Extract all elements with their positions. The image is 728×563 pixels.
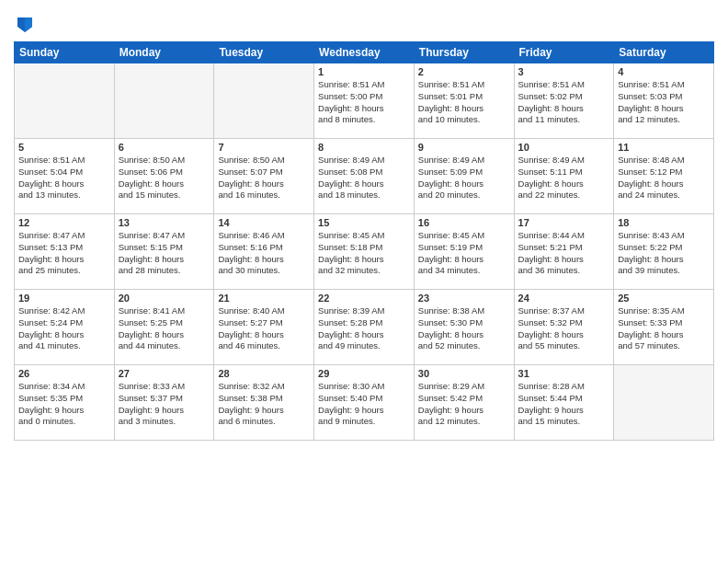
cell-content: Sunrise: 8:33 AM Sunset: 5:37 PM Dayligh…	[119, 381, 210, 428]
svg-marker-1	[25, 17, 32, 32]
calendar-cell: 23Sunrise: 8:38 AM Sunset: 5:30 PM Dayli…	[414, 290, 514, 365]
week-row-2: 5Sunrise: 8:51 AM Sunset: 5:04 PM Daylig…	[15, 139, 714, 214]
cell-content: Sunrise: 8:32 AM Sunset: 5:38 PM Dayligh…	[218, 381, 310, 428]
day-number: 29	[318, 368, 410, 379]
calendar-cell: 31Sunrise: 8:28 AM Sunset: 5:44 PM Dayli…	[514, 365, 614, 441]
cell-content: Sunrise: 8:30 AM Sunset: 5:40 PM Dayligh…	[318, 381, 410, 428]
calendar-cell: 4Sunrise: 8:51 AM Sunset: 5:03 PM Daylig…	[614, 63, 714, 139]
weekday-header-sunday: Sunday	[15, 42, 115, 63]
cell-content: Sunrise: 8:51 AM Sunset: 5:02 PM Dayligh…	[518, 79, 610, 126]
calendar-cell: 15Sunrise: 8:45 AM Sunset: 5:18 PM Dayli…	[314, 214, 415, 290]
day-number: 2	[418, 66, 510, 77]
page-header	[14, 9, 714, 34]
day-number: 18	[618, 217, 710, 228]
day-number: 31	[518, 368, 610, 379]
weekday-header-thursday: Thursday	[414, 42, 514, 63]
weekday-header-friday: Friday	[514, 42, 614, 63]
cell-content: Sunrise: 8:41 AM Sunset: 5:25 PM Dayligh…	[119, 305, 210, 352]
calendar-cell: 20Sunrise: 8:41 AM Sunset: 5:25 PM Dayli…	[114, 290, 214, 365]
calendar-cell: 8Sunrise: 8:49 AM Sunset: 5:08 PM Daylig…	[314, 139, 415, 214]
cell-content: Sunrise: 8:35 AM Sunset: 5:33 PM Dayligh…	[618, 305, 710, 352]
cell-content: Sunrise: 8:50 AM Sunset: 5:07 PM Dayligh…	[218, 155, 310, 201]
calendar-cell: 7Sunrise: 8:50 AM Sunset: 5:07 PM Daylig…	[214, 139, 314, 214]
cell-content: Sunrise: 8:49 AM Sunset: 5:09 PM Dayligh…	[418, 155, 510, 201]
cell-content: Sunrise: 8:51 AM Sunset: 5:00 PM Dayligh…	[318, 79, 410, 126]
calendar-cell: 21Sunrise: 8:40 AM Sunset: 5:27 PM Dayli…	[214, 290, 314, 365]
day-number: 10	[518, 142, 610, 153]
day-number: 1	[318, 66, 410, 77]
cell-content: Sunrise: 8:42 AM Sunset: 5:24 PM Dayligh…	[18, 305, 110, 352]
calendar-cell: 17Sunrise: 8:44 AM Sunset: 5:21 PM Dayli…	[514, 214, 614, 290]
cell-content: Sunrise: 8:44 AM Sunset: 5:21 PM Dayligh…	[518, 230, 610, 277]
calendar-cell: 22Sunrise: 8:39 AM Sunset: 5:28 PM Dayli…	[314, 290, 415, 365]
calendar-cell: 18Sunrise: 8:43 AM Sunset: 5:22 PM Dayli…	[614, 214, 714, 290]
day-number: 12	[18, 217, 110, 228]
logo	[14, 14, 34, 34]
weekday-header-saturday: Saturday	[614, 42, 714, 63]
calendar-cell: 27Sunrise: 8:33 AM Sunset: 5:37 PM Dayli…	[114, 365, 214, 441]
cell-content: Sunrise: 8:39 AM Sunset: 5:28 PM Dayligh…	[318, 305, 410, 352]
day-number: 28	[218, 368, 310, 379]
day-number: 26	[18, 368, 110, 379]
day-number: 16	[418, 217, 510, 228]
calendar-cell	[214, 63, 314, 139]
day-number: 22	[318, 293, 410, 304]
week-row-1: 1Sunrise: 8:51 AM Sunset: 5:00 PM Daylig…	[15, 63, 714, 139]
cell-content: Sunrise: 8:38 AM Sunset: 5:30 PM Dayligh…	[418, 305, 510, 352]
cell-content: Sunrise: 8:50 AM Sunset: 5:06 PM Dayligh…	[119, 155, 210, 201]
cell-content: Sunrise: 8:51 AM Sunset: 5:04 PM Dayligh…	[18, 155, 110, 201]
day-number: 19	[18, 293, 110, 304]
cell-content: Sunrise: 8:29 AM Sunset: 5:42 PM Dayligh…	[418, 381, 510, 428]
cell-content: Sunrise: 8:49 AM Sunset: 5:08 PM Dayligh…	[318, 155, 410, 201]
cell-content: Sunrise: 8:43 AM Sunset: 5:22 PM Dayligh…	[618, 230, 710, 277]
calendar-cell: 12Sunrise: 8:47 AM Sunset: 5:13 PM Dayli…	[15, 214, 115, 290]
day-number: 21	[218, 293, 310, 304]
day-number: 23	[418, 293, 510, 304]
calendar-cell: 26Sunrise: 8:34 AM Sunset: 5:35 PM Dayli…	[15, 365, 115, 441]
calendar-cell: 14Sunrise: 8:46 AM Sunset: 5:16 PM Dayli…	[214, 214, 314, 290]
cell-content: Sunrise: 8:45 AM Sunset: 5:19 PM Dayligh…	[418, 230, 510, 277]
week-row-3: 12Sunrise: 8:47 AM Sunset: 5:13 PM Dayli…	[15, 214, 714, 290]
calendar-cell: 30Sunrise: 8:29 AM Sunset: 5:42 PM Dayli…	[414, 365, 514, 441]
cell-content: Sunrise: 8:46 AM Sunset: 5:16 PM Dayligh…	[218, 230, 310, 277]
calendar-cell: 16Sunrise: 8:45 AM Sunset: 5:19 PM Dayli…	[414, 214, 514, 290]
day-number: 14	[218, 217, 310, 228]
calendar-cell: 11Sunrise: 8:48 AM Sunset: 5:12 PM Dayli…	[614, 139, 714, 214]
calendar-cell: 13Sunrise: 8:47 AM Sunset: 5:15 PM Dayli…	[114, 214, 214, 290]
calendar-cell: 3Sunrise: 8:51 AM Sunset: 5:02 PM Daylig…	[514, 63, 614, 139]
day-number: 11	[618, 142, 710, 153]
calendar-cell: 25Sunrise: 8:35 AM Sunset: 5:33 PM Dayli…	[614, 290, 714, 365]
day-number: 15	[318, 217, 410, 228]
calendar-cell: 28Sunrise: 8:32 AM Sunset: 5:38 PM Dayli…	[214, 365, 314, 441]
weekday-header-tuesday: Tuesday	[214, 42, 314, 63]
cell-content: Sunrise: 8:47 AM Sunset: 5:13 PM Dayligh…	[18, 230, 110, 277]
day-number: 30	[418, 368, 510, 379]
cell-content: Sunrise: 8:48 AM Sunset: 5:12 PM Dayligh…	[618, 155, 710, 201]
logo-icon	[16, 14, 34, 34]
weekday-header-row: SundayMondayTuesdayWednesdayThursdayFrid…	[15, 42, 714, 63]
cell-content: Sunrise: 8:45 AM Sunset: 5:18 PM Dayligh…	[318, 230, 410, 277]
cell-content: Sunrise: 8:49 AM Sunset: 5:11 PM Dayligh…	[518, 155, 610, 201]
calendar-cell	[114, 63, 214, 139]
day-number: 7	[218, 142, 310, 153]
cell-content: Sunrise: 8:47 AM Sunset: 5:15 PM Dayligh…	[119, 230, 210, 277]
calendar-cell: 2Sunrise: 8:51 AM Sunset: 5:01 PM Daylig…	[414, 63, 514, 139]
day-number: 8	[318, 142, 410, 153]
weekday-header-wednesday: Wednesday	[314, 42, 415, 63]
day-number: 24	[518, 293, 610, 304]
calendar-cell: 19Sunrise: 8:42 AM Sunset: 5:24 PM Dayli…	[15, 290, 115, 365]
cell-content: Sunrise: 8:51 AM Sunset: 5:03 PM Dayligh…	[618, 79, 710, 126]
calendar-cell: 5Sunrise: 8:51 AM Sunset: 5:04 PM Daylig…	[15, 139, 115, 214]
day-number: 5	[18, 142, 110, 153]
day-number: 4	[618, 66, 710, 77]
day-number: 20	[119, 293, 210, 304]
day-number: 9	[418, 142, 510, 153]
calendar-cell: 1Sunrise: 8:51 AM Sunset: 5:00 PM Daylig…	[314, 63, 415, 139]
cell-content: Sunrise: 8:51 AM Sunset: 5:01 PM Dayligh…	[418, 79, 510, 126]
calendar-cell	[614, 365, 714, 441]
week-row-5: 26Sunrise: 8:34 AM Sunset: 5:35 PM Dayli…	[15, 365, 714, 441]
day-number: 27	[119, 368, 210, 379]
calendar-cell: 10Sunrise: 8:49 AM Sunset: 5:11 PM Dayli…	[514, 139, 614, 214]
day-number: 17	[518, 217, 610, 228]
calendar-cell: 29Sunrise: 8:30 AM Sunset: 5:40 PM Dayli…	[314, 365, 415, 441]
